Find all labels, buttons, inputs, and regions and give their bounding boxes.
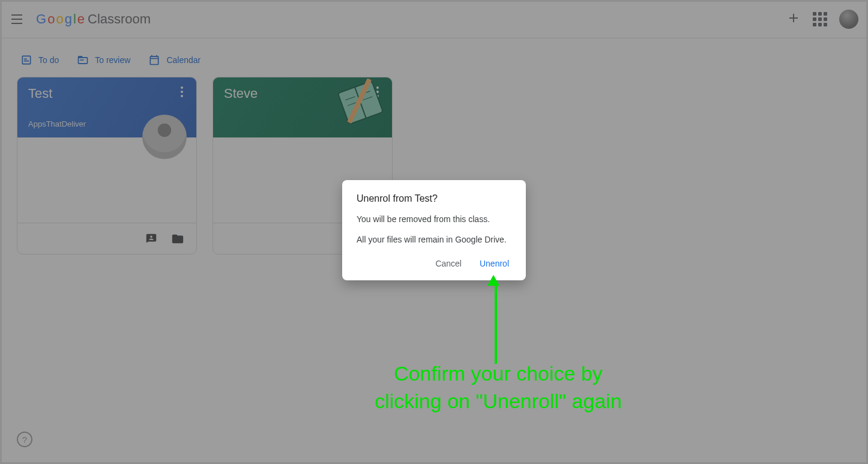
dialog-line-2: All your files will remain in Google Dri… [357, 234, 511, 246]
dialog-body: You will be removed from this class. All… [357, 214, 511, 246]
dialog-actions: Cancel Unenrol [357, 255, 511, 272]
cancel-button[interactable]: Cancel [433, 255, 464, 272]
unenrol-dialog: Unenrol from Test? You will be removed f… [342, 180, 526, 280]
unenrol-button[interactable]: Unenrol [477, 255, 511, 272]
modal-scrim[interactable]: Unenrol from Test? You will be removed f… [0, 0, 868, 464]
dialog-title: Unenrol from Test? [357, 193, 511, 204]
dialog-line-1: You will be removed from this class. [357, 214, 511, 226]
